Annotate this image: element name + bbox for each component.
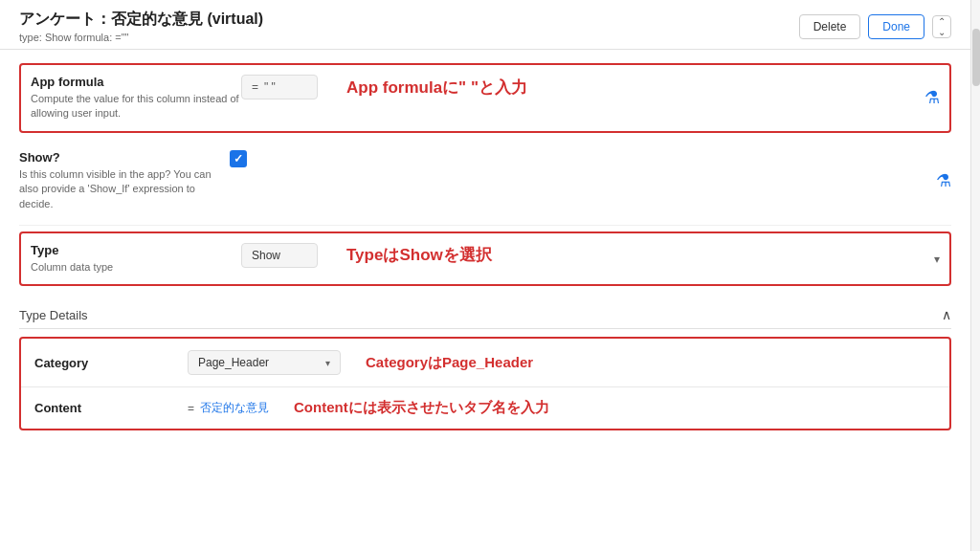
- app-formula-control: = " " App formulaに" "と入力: [241, 75, 924, 99]
- page-title: アンケート：否定的な意見 (virtual): [19, 10, 263, 30]
- app-formula-desc: Compute the value for this column instea…: [31, 92, 241, 121]
- formula-val: " ": [264, 80, 276, 94]
- show-section: Show? Is this column visible in the app?…: [19, 137, 951, 226]
- content-label: Content: [34, 401, 188, 415]
- content-annotation: Contentには表示させたいタブ名を入力: [294, 399, 549, 417]
- app-formula-info: App formula Compute the value for this c…: [31, 75, 241, 121]
- type-control: Show TypeはShowを選択: [241, 243, 934, 268]
- type-details-label: Type Details: [19, 308, 88, 322]
- type-details-body: Category Page_Header ▾ CategoryはPage_Hea…: [19, 337, 951, 430]
- type-details-chevron: ∧: [942, 307, 951, 322]
- type-dropdown-arrow: ▾: [934, 253, 940, 266]
- scrollbar-track: [970, 0, 980, 551]
- show-info: Show? Is this column visible in the app?…: [19, 150, 230, 211]
- header-left: アンケート：否定的な意見 (virtual) type: Show formul…: [19, 10, 263, 43]
- delete-button[interactable]: Delete: [799, 14, 861, 39]
- formula-eq: =: [252, 80, 258, 94]
- content-eq: =: [188, 402, 194, 415]
- type-section: Type Column data type Show TypeはShowを選択 …: [19, 231, 951, 286]
- category-arrow: ▾: [325, 358, 330, 368]
- category-select[interactable]: Page_Header ▾: [188, 350, 341, 375]
- done-button[interactable]: Done: [868, 14, 924, 39]
- app-formula-label: App formula: [31, 75, 241, 89]
- type-label: Type: [31, 243, 241, 257]
- category-row: Category Page_Header ▾ CategoryはPage_Hea…: [21, 339, 949, 387]
- scrollbar-thumb[interactable]: [972, 29, 980, 86]
- show-label: Show?: [19, 150, 230, 165]
- content-value: 否定的な意見: [200, 400, 269, 416]
- show-desc: Is this column visible in the app? You c…: [19, 167, 230, 211]
- type-annotation: TypeはShowを選択: [346, 244, 492, 266]
- header-actions: Delete Done ⌃⌄: [799, 14, 951, 39]
- show-flask-icon: ⚗: [936, 170, 951, 191]
- flask-icon: ⚗: [924, 87, 940, 108]
- category-label: Category: [34, 356, 188, 370]
- content-formula-display[interactable]: = 否定的な意見: [188, 400, 269, 416]
- category-control: Page_Header ▾ CategoryはPage_Header: [188, 350, 936, 375]
- updown-button[interactable]: ⌃⌄: [932, 15, 951, 38]
- type-details-header[interactable]: Type Details ∧: [19, 298, 951, 329]
- category-annotation: CategoryはPage_Header: [366, 354, 533, 372]
- type-info: Type Column data type: [31, 243, 241, 275]
- show-control: [230, 150, 936, 167]
- type-details-wrapper: Type Details ∧ Category Page_Header ▾ Ca…: [19, 298, 951, 430]
- content-row: Content = 否定的な意見 Contentには表示させたいタブ名を入力: [21, 387, 949, 429]
- app-formula-annotation: App formulaに" "と入力: [346, 77, 527, 99]
- page-header: アンケート：否定的な意見 (virtual) type: Show formul…: [0, 0, 970, 50]
- app-formula-section: App formula Compute the value for this c…: [19, 63, 951, 133]
- page-subtitle: type: Show formula: ="": [19, 32, 263, 43]
- show-checkbox-wrapper: [230, 150, 247, 167]
- formula-display[interactable]: = " ": [241, 75, 318, 99]
- type-select[interactable]: Show: [241, 243, 318, 268]
- content-control: = 否定的な意見 Contentには表示させたいタブ名を入力: [188, 399, 936, 417]
- type-desc: Column data type: [31, 260, 241, 275]
- category-value: Page_Header: [198, 356, 269, 369]
- main-content: App formula Compute the value for this c…: [0, 50, 970, 551]
- show-checkbox[interactable]: [230, 150, 247, 167]
